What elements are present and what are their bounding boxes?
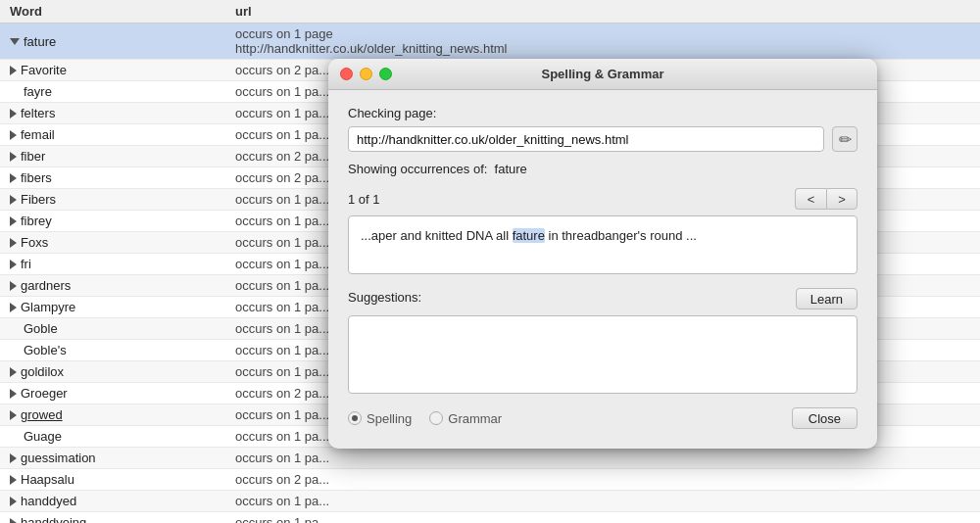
close-button[interactable]: Close bbox=[792, 407, 858, 429]
expand-triangle-icon[interactable] bbox=[10, 173, 17, 183]
word-text: Goble's bbox=[24, 343, 67, 357]
word-cell: fature bbox=[10, 34, 235, 49]
table-row[interactable]: handdyedoccurs on 1 pa... bbox=[0, 491, 980, 512]
suggestions-box bbox=[348, 315, 858, 394]
expand-triangle-icon[interactable] bbox=[10, 518, 17, 524]
grammar-radio[interactable]: Grammar bbox=[429, 411, 502, 426]
url-column-header: url bbox=[235, 4, 970, 19]
maximize-traffic-light[interactable] bbox=[379, 68, 392, 80]
word-text: guessimation bbox=[21, 451, 96, 465]
radio-group: Spelling Grammar bbox=[348, 411, 502, 426]
word-cell: Guage bbox=[10, 429, 235, 444]
word-cell: fibers bbox=[10, 170, 235, 185]
word-column-header: Word bbox=[10, 4, 235, 19]
table-row[interactable]: handdyeingoccurs on 1 pa... bbox=[0, 512, 980, 523]
word-cell: goldilox bbox=[10, 364, 235, 379]
nav-prev-button[interactable]: < bbox=[795, 188, 826, 210]
word-cell: Goble bbox=[10, 321, 235, 336]
word-cell: femail bbox=[10, 127, 235, 142]
word-cell: Groeger bbox=[10, 386, 235, 401]
showing-label: Showing occurrences of: bbox=[348, 162, 487, 176]
minimize-traffic-light[interactable] bbox=[360, 68, 372, 80]
word-text: felters bbox=[21, 106, 55, 120]
suggestions-label: Suggestions: bbox=[348, 288, 421, 305]
expand-triangle-icon[interactable] bbox=[10, 152, 17, 162]
word-text: fature bbox=[24, 34, 56, 49]
expand-triangle-icon[interactable] bbox=[10, 38, 20, 45]
learn-button[interactable]: Learn bbox=[796, 288, 858, 309]
url-cell: occurs on 1 pagehttp://handknitter.co.uk… bbox=[235, 26, 970, 56]
showing-word: fature bbox=[495, 162, 527, 176]
expand-triangle-icon[interactable] bbox=[10, 303, 17, 312]
dialog-footer: Spelling Grammar Close bbox=[348, 407, 858, 433]
word-text: fibers bbox=[21, 170, 52, 185]
word-text: femail bbox=[21, 127, 55, 142]
expand-triangle-icon[interactable] bbox=[10, 66, 17, 75]
word-text: Glampyre bbox=[21, 300, 75, 314]
dialog-titlebar: Spelling & Grammar bbox=[328, 59, 877, 90]
word-text: fiber bbox=[21, 149, 45, 164]
table-header: Word url bbox=[0, 0, 980, 24]
url-cell: occurs on 1 pa... bbox=[235, 515, 970, 523]
nav-next-button[interactable]: > bbox=[826, 188, 858, 210]
expand-triangle-icon[interactable] bbox=[10, 216, 17, 226]
word-text: handdyed bbox=[21, 494, 76, 508]
expand-triangle-icon[interactable] bbox=[10, 453, 17, 463]
word-cell: Glampyre bbox=[10, 300, 235, 314]
word-text: Groeger bbox=[21, 386, 68, 401]
word-cell: Fibers bbox=[10, 192, 235, 207]
word-cell: felters bbox=[10, 106, 235, 120]
word-cell: growed bbox=[10, 407, 235, 422]
table-row[interactable]: guessimationoccurs on 1 pa... bbox=[0, 448, 980, 469]
expand-triangle-icon[interactable] bbox=[10, 260, 17, 269]
expand-triangle-icon[interactable] bbox=[10, 130, 17, 140]
excerpt-box: ...aper and knitted DNA all fature in th… bbox=[348, 215, 858, 274]
word-cell: Haapsalu bbox=[10, 472, 235, 487]
expand-triangle-icon[interactable] bbox=[10, 281, 17, 291]
dialog-title: Spelling & Grammar bbox=[542, 67, 664, 81]
excerpt-after: in threadbanger's round ... bbox=[545, 228, 697, 243]
grammar-label: Grammar bbox=[448, 411, 502, 426]
word-text: Guage bbox=[24, 429, 62, 444]
word-text: Goble bbox=[24, 321, 58, 336]
dialog-body: Checking page: ✏ Showing occurrences of:… bbox=[328, 90, 877, 449]
word-text: Favorite bbox=[21, 63, 67, 77]
table-row[interactable]: Haapsaluoccurs on 2 pa... bbox=[0, 469, 980, 491]
occurrence-row: 1 of 1 < > bbox=[348, 188, 858, 210]
word-cell: Favorite bbox=[10, 63, 235, 77]
expand-triangle-icon[interactable] bbox=[10, 367, 17, 377]
word-text: Haapsalu bbox=[21, 472, 74, 487]
close-traffic-light[interactable] bbox=[340, 68, 353, 80]
word-cell: fibrey bbox=[10, 214, 235, 228]
table-row[interactable]: fatureoccurs on 1 pagehttp://handknitter… bbox=[0, 24, 980, 60]
expand-triangle-icon[interactable] bbox=[10, 195, 17, 205]
link-icon[interactable]: ✏ bbox=[832, 126, 858, 152]
word-text: growed bbox=[21, 407, 63, 422]
url-cell: occurs on 1 pa... bbox=[235, 494, 970, 508]
word-text: fayre bbox=[24, 84, 52, 99]
word-cell: fri bbox=[10, 257, 235, 271]
word-text: handdyeing bbox=[21, 515, 86, 523]
word-text: fibrey bbox=[21, 214, 52, 228]
showing-line: Showing occurrences of: fature bbox=[348, 162, 858, 176]
excerpt-before: ...aper and knitted DNA all bbox=[361, 228, 513, 243]
word-cell: fiber bbox=[10, 149, 235, 164]
excerpt-word: fature bbox=[513, 228, 545, 243]
expand-triangle-icon[interactable] bbox=[10, 389, 17, 399]
word-cell: fayre bbox=[10, 84, 235, 99]
spelling-label: Spelling bbox=[367, 411, 412, 426]
url-text: occurs on 1 page bbox=[235, 26, 333, 41]
spelling-grammar-dialog: Spelling & Grammar Checking page: ✏ Show… bbox=[328, 59, 877, 449]
expand-triangle-icon[interactable] bbox=[10, 238, 17, 248]
spelling-radio[interactable]: Spelling bbox=[348, 411, 412, 426]
word-text: gardners bbox=[21, 278, 71, 293]
expand-triangle-icon[interactable] bbox=[10, 410, 17, 420]
expand-triangle-icon[interactable] bbox=[10, 497, 17, 506]
word-cell: Goble's bbox=[10, 343, 235, 357]
expand-triangle-icon[interactable] bbox=[10, 475, 17, 485]
url-input-row: ✏ bbox=[348, 126, 858, 152]
word-cell: handdyed bbox=[10, 494, 235, 508]
url-input[interactable] bbox=[348, 126, 824, 152]
expand-triangle-icon[interactable] bbox=[10, 109, 17, 119]
checking-label: Checking page: bbox=[348, 106, 858, 120]
